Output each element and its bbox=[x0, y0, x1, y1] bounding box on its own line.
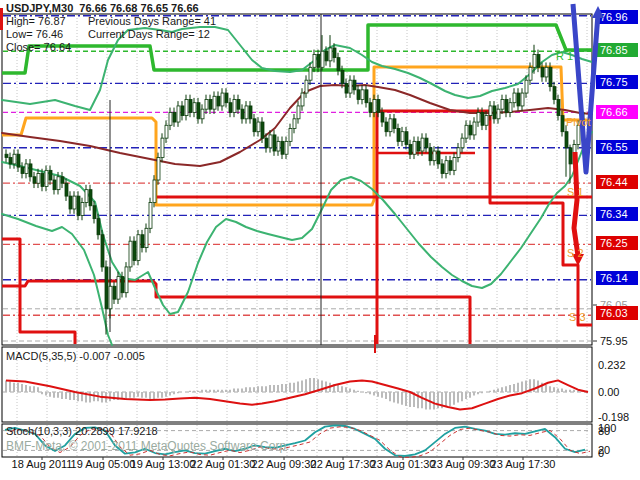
svg-text:76.75: 76.75 bbox=[600, 76, 628, 88]
symbol-quote-line: USDJPY,M30 76.66 76.68 76.65 76.66 bbox=[6, 2, 199, 14]
stoch-tick: 80 bbox=[598, 425, 610, 437]
svg-text:76.66: 76.66 bbox=[600, 106, 628, 118]
close-value: Close= 76.64 bbox=[6, 41, 71, 53]
trading-chart-window: 76.0575.9576.9676.8576.7576.6676.5576.44… bbox=[0, 0, 640, 480]
down-arrow-signal bbox=[574, 152, 578, 256]
chart-canvas[interactable]: 76.0575.9576.9676.8576.7576.6676.5576.44… bbox=[0, 0, 640, 480]
svg-text:76.14: 76.14 bbox=[600, 272, 628, 284]
svg-text:76.96: 76.96 bbox=[600, 11, 628, 23]
high-value: High= 76.87 bbox=[6, 15, 66, 27]
grid-layer bbox=[0, 8, 592, 457]
platform-watermark: BMF-Meta, © 2001-2011 MetaQuotes Softwar… bbox=[6, 439, 289, 453]
previous-days-range: Previous Days Range= 41 bbox=[88, 15, 216, 27]
price-tick: 75.95 bbox=[600, 335, 628, 347]
pivot-label-S3: S 3 bbox=[569, 311, 586, 323]
pivot-label-S1: S 1 bbox=[567, 186, 584, 198]
svg-text:76.34: 76.34 bbox=[600, 208, 628, 220]
pivot-label-S2: S 2 bbox=[567, 247, 584, 259]
macd-tick: 0.232 bbox=[598, 359, 626, 371]
low-value: Low= 76.46 bbox=[6, 28, 63, 40]
svg-text:76.55: 76.55 bbox=[600, 141, 628, 153]
svg-text:76.25: 76.25 bbox=[600, 237, 628, 249]
macd-indicator-label: MACD(5,35,5) -0.007 -0.005 bbox=[6, 350, 145, 362]
pivot-label-Pivot: Pivot bbox=[566, 116, 590, 128]
main-panel bbox=[2, 14, 592, 345]
stoch-tick: 0 bbox=[598, 447, 604, 459]
current-days-range: Current Days Range= 12 bbox=[88, 28, 210, 40]
stoch-indicator-label: Stoch(10,3,3) 20.2899 17.9218 bbox=[6, 425, 158, 437]
pivot-label-R1: R 1 bbox=[556, 50, 573, 62]
svg-text:76.44: 76.44 bbox=[600, 176, 628, 188]
svg-text:76.03: 76.03 bbox=[600, 307, 628, 319]
macd-tick: 0.00 bbox=[598, 386, 619, 398]
svg-text:76.85: 76.85 bbox=[600, 44, 628, 56]
